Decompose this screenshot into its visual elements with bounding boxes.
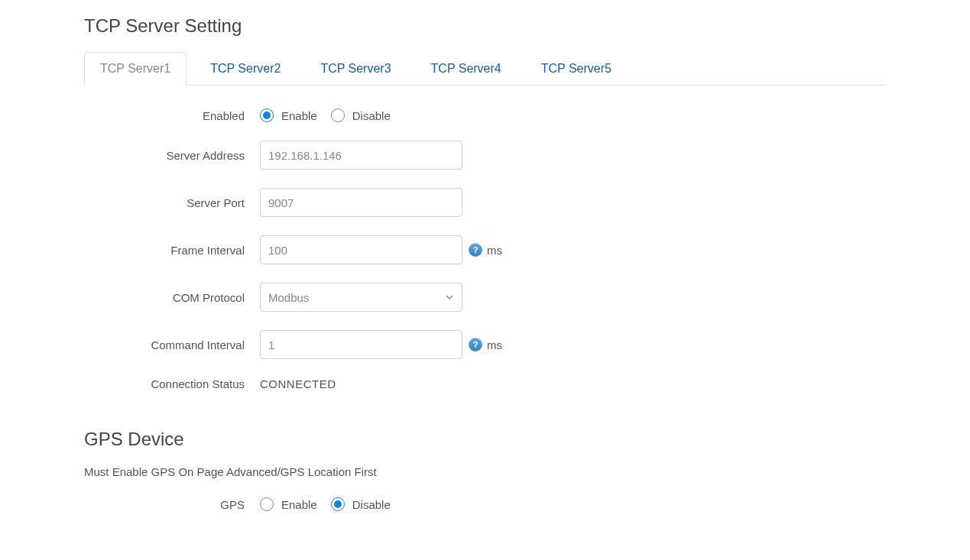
com-protocol-label: COM Protocol	[84, 291, 260, 304]
frame-interval-unit: ms	[487, 244, 502, 257]
tcp-tabs: TCP Server1 TCP Server2 TCP Server3 TCP …	[84, 52, 886, 86]
command-interval-help-icon[interactable]: ?	[469, 338, 482, 351]
tab-tcp-server1[interactable]: TCP Server1	[84, 52, 187, 86]
gps-radio-disable-label: Disable	[352, 498, 391, 511]
gps-section-title: GPS Device	[84, 429, 886, 450]
enabled-radio-enable-label: Enable	[281, 109, 317, 122]
gps-radio-disable[interactable]	[331, 497, 345, 511]
com-protocol-value: Modbus	[268, 291, 309, 304]
tab-tcp-server3[interactable]: TCP Server3	[304, 52, 407, 85]
command-interval-unit: ms	[487, 338, 502, 351]
enabled-radio-disable[interactable]	[331, 108, 345, 122]
gps-radio-enable[interactable]	[260, 497, 274, 511]
chevron-down-icon	[445, 293, 454, 302]
command-interval-input[interactable]	[260, 330, 462, 359]
gps-label: GPS	[84, 498, 260, 511]
enabled-radio-enable[interactable]	[260, 108, 274, 122]
gps-note: Must Enable GPS On Page Advanced/GPS Loc…	[84, 465, 886, 478]
connection-status-value: CONNECTED	[260, 377, 336, 390]
frame-interval-help-icon[interactable]: ?	[469, 243, 482, 257]
server-address-input[interactable]	[260, 141, 462, 170]
connection-status-label: Connection Status	[84, 377, 260, 390]
gps-radio-enable-label: Enable	[281, 498, 317, 511]
enabled-label: Enabled	[84, 109, 260, 122]
frame-interval-input[interactable]	[260, 235, 462, 264]
enabled-radio-disable-label: Disable	[352, 109, 391, 122]
server-address-label: Server Address	[84, 149, 260, 162]
command-interval-label: Command Interval	[84, 338, 260, 351]
server-port-label: Server Port	[84, 196, 260, 209]
server-port-input[interactable]	[260, 188, 462, 217]
tab-tcp-server5[interactable]: TCP Server5	[525, 52, 628, 85]
tab-tcp-server2[interactable]: TCP Server2	[194, 52, 297, 85]
com-protocol-select[interactable]: Modbus	[260, 283, 462, 312]
frame-interval-label: Frame Interval	[84, 244, 260, 257]
tab-tcp-server4[interactable]: TCP Server4	[415, 52, 517, 85]
tcp-section-title: TCP Server Setting	[84, 15, 886, 37]
